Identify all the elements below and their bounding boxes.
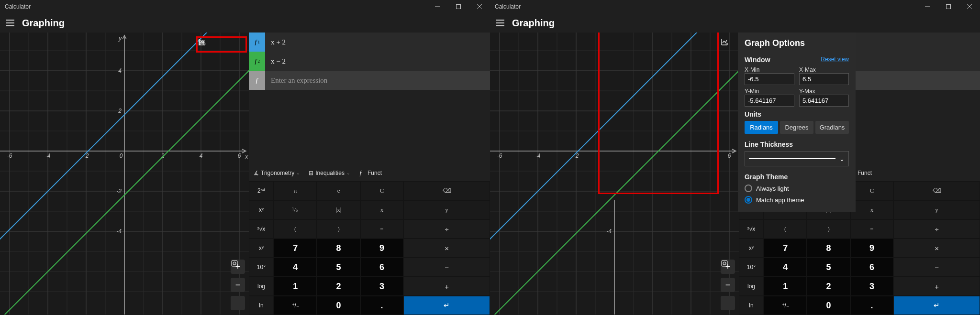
maximize-button[interactable]: [448, 0, 469, 13]
zoom-out-button[interactable]: −: [231, 278, 245, 292]
fit-viewport-button[interactable]: [721, 296, 735, 310]
key-1[interactable]: 1: [764, 277, 807, 296]
key-7[interactable]: 7: [274, 239, 317, 258]
thickness-select[interactable]: ⌄: [745, 151, 849, 166]
key-6[interactable]: 6: [850, 258, 893, 277]
key-equals[interactable]: =: [360, 219, 403, 239]
key-xpowy[interactable]: xʸ: [739, 239, 764, 258]
key-reciprocal[interactable]: ¹/ₓ: [274, 200, 317, 219]
expression-input[interactable]: Enter an expression: [265, 71, 490, 90]
key-divide[interactable]: ÷: [403, 219, 490, 239]
key-2[interactable]: 2: [807, 277, 850, 296]
key-4[interactable]: 4: [274, 258, 317, 277]
key-3[interactable]: 3: [850, 277, 893, 296]
key-x[interactable]: x: [360, 200, 403, 219]
maximize-button[interactable]: [938, 0, 959, 13]
key-2[interactable]: 2: [317, 277, 360, 296]
key-9[interactable]: 9: [850, 239, 893, 258]
function-input-row[interactable]: ƒ Enter an expression: [249, 71, 490, 90]
key-x[interactable]: x: [850, 200, 893, 219]
key-y[interactable]: y: [893, 200, 980, 219]
key-multiply[interactable]: ×: [403, 239, 490, 258]
key-plus[interactable]: +: [403, 277, 490, 296]
key-clear[interactable]: C: [360, 181, 403, 200]
key-6[interactable]: 6: [360, 258, 403, 277]
key-minus[interactable]: −: [893, 258, 980, 277]
close-button[interactable]: [469, 0, 490, 13]
graph-canvas[interactable]: -6 -4 -2 0 2 4 6 2 4 -2 -4 y x: [0, 33, 249, 315]
key-ln[interactable]: ln: [739, 296, 764, 315]
key-open-paren[interactable]: (: [764, 219, 807, 239]
key-equals[interactable]: =: [850, 219, 893, 239]
key-close-paren[interactable]: ): [317, 219, 360, 239]
key-enter[interactable]: ↵: [893, 296, 980, 315]
graph-settings-icon[interactable]: [231, 38, 245, 53]
zoom-out-button[interactable]: −: [721, 278, 735, 292]
key-negate[interactable]: ⁺/₋: [764, 296, 807, 315]
key-y[interactable]: y: [403, 200, 490, 219]
key-ln[interactable]: ln: [249, 296, 274, 315]
graph-canvas[interactable]: -6 -4 -2 6 -4 + −: [490, 33, 739, 315]
key-dot[interactable]: .: [360, 296, 403, 315]
key-5[interactable]: 5: [317, 258, 360, 277]
key-multiply[interactable]: ×: [893, 239, 980, 258]
key-0[interactable]: 0: [317, 296, 360, 315]
key-backspace[interactable]: ⌫: [893, 181, 980, 200]
key-xpowy[interactable]: xʸ: [249, 239, 274, 258]
key-8[interactable]: 8: [317, 239, 360, 258]
key-5[interactable]: 5: [807, 258, 850, 277]
graph-settings-icon[interactable]: [721, 38, 735, 53]
key-log[interactable]: log: [249, 277, 274, 296]
key-dot[interactable]: .: [850, 296, 893, 315]
key-tenx[interactable]: 10ˣ: [249, 258, 274, 277]
key-enter[interactable]: ↵: [403, 296, 490, 315]
key-divide[interactable]: ÷: [893, 219, 980, 239]
functions-flyout[interactable]: ƒ Funct: [355, 167, 386, 179]
xmax-input[interactable]: [799, 73, 849, 85]
key-2nd[interactable]: 2ⁿᵈ: [249, 181, 274, 200]
minimize-button[interactable]: [427, 0, 448, 13]
close-button[interactable]: [959, 0, 980, 13]
function-row[interactable]: ƒ1 x + 2: [249, 33, 490, 52]
key-sqrt[interactable]: ²√x: [739, 219, 764, 239]
reset-view-link[interactable]: Reset view: [821, 56, 849, 63]
xmin-input[interactable]: [745, 73, 794, 85]
key-9[interactable]: 9: [360, 239, 403, 258]
key-7[interactable]: 7: [764, 239, 807, 258]
inequalities-flyout[interactable]: ⊟Inequalities⌄: [305, 167, 354, 179]
key-clear[interactable]: C: [850, 181, 893, 200]
key-0[interactable]: 0: [807, 296, 850, 315]
key-close-paren[interactable]: ): [807, 219, 850, 239]
key-open-paren[interactable]: (: [274, 219, 317, 239]
unit-degrees[interactable]: Degrees: [780, 121, 813, 134]
unit-gradians[interactable]: Gradians: [815, 121, 849, 134]
ymin-input[interactable]: [745, 95, 794, 107]
function-expression[interactable]: x + 2: [265, 33, 490, 52]
key-8[interactable]: 8: [807, 239, 850, 258]
menu-icon[interactable]: [6, 20, 14, 26]
key-pi[interactable]: π: [274, 181, 317, 200]
key-plus[interactable]: +: [893, 277, 980, 296]
trigonometry-flyout[interactable]: ∡Trigonometry⌄: [250, 167, 304, 179]
minimize-button[interactable]: [917, 0, 938, 13]
key-sqrt[interactable]: ²√x: [249, 219, 274, 239]
function-expression[interactable]: x − 2: [265, 52, 490, 71]
key-xsq[interactable]: x²: [249, 200, 274, 219]
key-1[interactable]: 1: [274, 277, 317, 296]
theme-option-light[interactable]: Always light: [745, 185, 849, 192]
key-backspace[interactable]: ⌫: [403, 181, 490, 200]
theme-option-match[interactable]: Match app theme: [745, 196, 849, 204]
unit-radians[interactable]: Radians: [745, 121, 778, 134]
menu-icon[interactable]: [496, 20, 504, 26]
function-row[interactable]: ƒ2 x − 2: [249, 52, 490, 71]
key-tenx[interactable]: 10ˣ: [739, 258, 764, 277]
ymax-input[interactable]: [799, 95, 849, 107]
key-negate[interactable]: ⁺/₋: [274, 296, 317, 315]
key-3[interactable]: 3: [360, 277, 403, 296]
key-abs[interactable]: |x|: [317, 200, 360, 219]
key-4[interactable]: 4: [764, 258, 807, 277]
key-log[interactable]: log: [739, 277, 764, 296]
share-icon[interactable]: [214, 38, 229, 53]
fit-viewport-button[interactable]: [231, 296, 245, 310]
key-e[interactable]: e: [317, 181, 360, 200]
